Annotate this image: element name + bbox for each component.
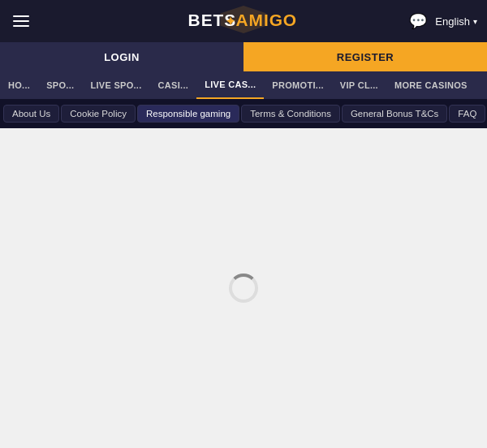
nav-item-promotions[interactable]: PROMOTI... — [264, 71, 332, 99]
auth-bar: LOGIN REGISTER — [0, 42, 487, 71]
register-button[interactable]: REGISTER — [244, 42, 487, 71]
chat-icon[interactable]: 💬 — [409, 12, 427, 30]
nav-item-casino[interactable]: CASI... — [150, 71, 197, 99]
sub-nav: About UsCookie PolicyResponsible gamingT… — [0, 99, 487, 128]
nav-item-live-casino[interactable]: LIVE CAS... — [196, 71, 264, 99]
language-label: English — [435, 15, 470, 28]
login-button[interactable]: LOGIN — [0, 42, 244, 71]
sub-nav-item-responsible-gaming[interactable]: Responsible gaming — [137, 105, 239, 123]
header-left — [10, 12, 32, 30]
sub-nav-item-terms[interactable]: Terms & Conditions — [241, 105, 340, 123]
svg-text:AMIGO: AMIGO — [236, 11, 298, 29]
logo-container: BETS AMIGO ✦ — [182, 4, 305, 38]
header: BETS AMIGO ✦ 💬 English ▾ — [0, 0, 487, 42]
chevron-down-icon: ▾ — [473, 17, 477, 26]
svg-text:✦: ✦ — [225, 14, 236, 29]
loading-spinner — [229, 274, 258, 303]
nav-item-home[interactable]: HO... — [0, 71, 38, 99]
nav-item-vip[interactable]: VIP CL... — [332, 71, 386, 99]
sub-nav-item-about-us[interactable]: About Us — [3, 105, 59, 123]
bets-amigo-logo[interactable]: BETS AMIGO ✦ — [182, 4, 305, 35]
main-nav: HO...SPO...LIVE SPO...CASI...LIVE CAS...… — [0, 71, 487, 99]
header-right: 💬 English ▾ — [409, 12, 477, 30]
sub-nav-item-bonus-tcs[interactable]: General Bonus T&Cs — [342, 105, 447, 123]
sub-nav-item-cookie-policy[interactable]: Cookie Policy — [61, 105, 136, 123]
nav-item-live-sports[interactable]: LIVE SPO... — [82, 71, 149, 99]
hamburger-menu-button[interactable] — [10, 12, 32, 30]
sub-nav-item-faq[interactable]: FAQ — [449, 105, 485, 123]
content-area — [0, 128, 487, 448]
language-selector[interactable]: English ▾ — [435, 15, 477, 28]
nav-item-more-casinos[interactable]: MORE CASINOS — [386, 71, 476, 99]
nav-item-sports[interactable]: SPO... — [38, 71, 82, 99]
